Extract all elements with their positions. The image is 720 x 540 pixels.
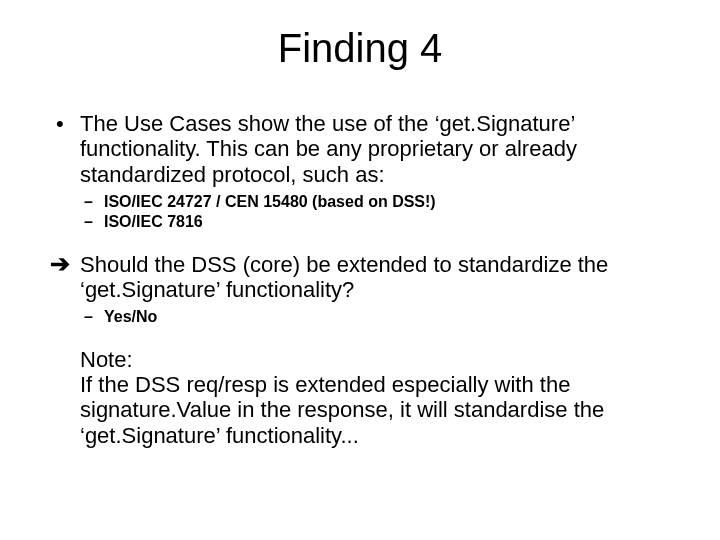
- slide-body: • The Use Cases show the use of the ‘get…: [50, 111, 670, 448]
- slide-title: Finding 4: [50, 26, 670, 71]
- sub-list-2: – Yes/No: [80, 308, 670, 326]
- bullet-item-1: • The Use Cases show the use of the ‘get…: [50, 111, 670, 187]
- bullet-item-2: ➔ Should the DSS (core) be extended to s…: [50, 252, 670, 303]
- note-label: Note:: [80, 347, 670, 372]
- sub-item: – ISO/IEC 24727 / CEN 15480 (based on DS…: [80, 193, 670, 211]
- sub-list-1: – ISO/IEC 24727 / CEN 15480 (based on DS…: [80, 193, 670, 232]
- sub-item-text: Yes/No: [104, 308, 157, 325]
- sub-item-text: ISO/IEC 7816: [104, 213, 203, 230]
- slide: Finding 4 • The Use Cases show the use o…: [0, 0, 720, 540]
- dash-icon: –: [84, 193, 93, 211]
- dash-icon: –: [84, 213, 93, 231]
- note-block: Note: If the DSS req/resp is extended es…: [80, 347, 670, 448]
- bullet-item-1-text: The Use Cases show the use of the ‘get.S…: [80, 111, 577, 187]
- sub-item-text: ISO/IEC 24727 / CEN 15480 (based on DSS!…: [104, 193, 436, 210]
- bullet-dot-icon: •: [56, 111, 64, 136]
- bullet-item-2-text: Should the DSS (core) be extended to sta…: [80, 252, 608, 302]
- sub-item: – Yes/No: [80, 308, 670, 326]
- dash-icon: –: [84, 308, 93, 326]
- note-text: If the DSS req/resp is extended especial…: [80, 372, 670, 448]
- sub-item: – ISO/IEC 7816: [80, 213, 670, 231]
- arrow-right-icon: ➔: [50, 252, 70, 276]
